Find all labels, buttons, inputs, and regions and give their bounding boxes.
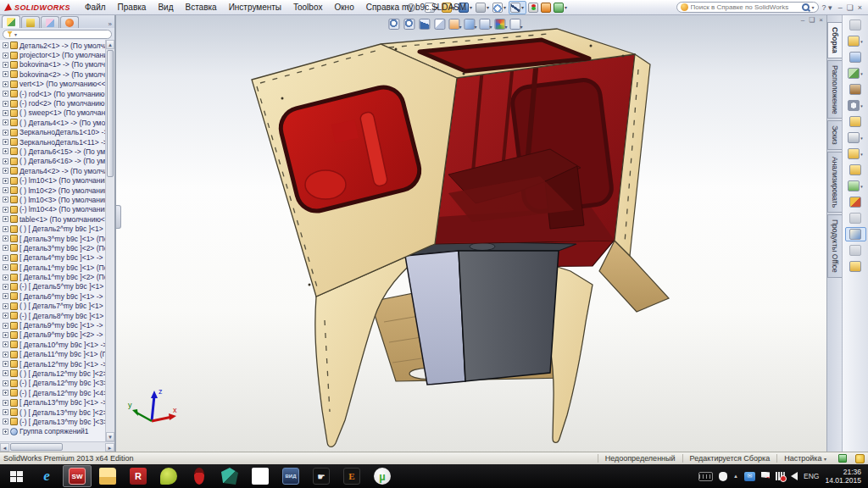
tree-item[interactable]: (-) rod<1> (По умолчанию< — [0, 89, 105, 98]
section-view-icon[interactable] — [433, 17, 446, 30]
expand-icon[interactable] — [3, 332, 8, 338]
expand-icon[interactable] — [3, 81, 8, 87]
tree-item[interactable]: [ Деталь4^my b9c ]<1> -> (П — [0, 253, 105, 263]
tree-item[interactable]: ( ) Деталь4<1> -> (По умол — [0, 118, 105, 127]
tree-item[interactable]: ( ) sweep<1> (По умолчанию — [0, 108, 105, 118]
customize-menu[interactable]: Настройка ▾ — [776, 454, 833, 463]
expand-icon[interactable] — [3, 390, 8, 396]
display-style-icon[interactable]: ▾ — [464, 17, 476, 30]
action-center-flag-icon[interactable] — [761, 472, 770, 481]
taskbar-pointer-app[interactable]: ☛ — [307, 465, 336, 487]
tree-item[interactable]: (-) lm10<1> (По умолчанию — [0, 175, 105, 185]
expand-icon[interactable] — [3, 255, 8, 261]
displaymanager-tab[interactable] — [60, 16, 79, 28]
expand-icon[interactable] — [3, 178, 8, 184]
panel-collapse-handle[interactable] — [116, 205, 121, 229]
taskbar-media-app[interactable] — [154, 465, 183, 487]
taskbar-file-explorer[interactable] — [93, 465, 122, 487]
zoom-fit-icon[interactable] — [387, 17, 400, 30]
expand-icon[interactable] — [3, 264, 8, 270]
move-component-icon[interactable]: ▾ — [845, 98, 866, 113]
expand-icon[interactable] — [3, 313, 8, 319]
dropdown-caret[interactable]: ▾ — [860, 184, 863, 189]
tree-item[interactable]: (-) [ Деталь5^my b9c ]<1> -> — [0, 282, 105, 291]
expand-icon[interactable] — [3, 274, 8, 280]
menu-item[interactable]: Вставка — [179, 0, 222, 14]
dropdown-caret[interactable]: ▾ — [860, 103, 863, 108]
tree-item[interactable]: [ Деталь13^my b9c ]<1> -> (П — [0, 397, 105, 407]
taskbar-solidworks[interactable]: SW — [63, 465, 92, 487]
tree-item[interactable]: [ Деталь11^my b9c ]<1> (По — [0, 350, 105, 359]
dropdown-caret[interactable]: ▾ — [860, 39, 863, 44]
apply-scene-icon[interactable]: ▾ — [509, 17, 522, 30]
expand-icon[interactable] — [3, 216, 8, 222]
help-menu-button[interactable]: ? ▾ — [822, 3, 832, 12]
menu-item[interactable]: Инструменты — [223, 0, 287, 14]
expand-icon[interactable] — [3, 341, 8, 347]
featuremanager-tab[interactable] — [2, 15, 20, 28]
doc-restore-button[interactable]: ❏ — [809, 16, 815, 24]
view-orientation-icon[interactable]: ▾ — [448, 17, 461, 30]
show-hidden-components-icon[interactable] — [845, 114, 866, 129]
select-button[interactable]: ▾ — [509, 1, 526, 14]
expand-icon[interactable] — [3, 91, 8, 97]
search-dropdown-caret[interactable]: ▾ — [812, 4, 815, 10]
doc-minimize-button[interactable]: – — [801, 16, 804, 24]
expand-icon[interactable] — [3, 293, 8, 299]
assembly-features-icon[interactable]: ▾ — [845, 130, 866, 145]
expand-icon[interactable] — [3, 148, 8, 154]
network-status-icon[interactable] — [776, 472, 785, 480]
start-button[interactable] — [2, 465, 31, 487]
tree-item[interactable]: ( ) [ Деталь12^my b9c ]<2> -> — [0, 369, 105, 378]
hide-show-items-icon[interactable]: ▾ — [479, 17, 492, 30]
tree-item[interactable]: [ Деталь1^my b9c ]<1> (По у — [0, 263, 105, 272]
search-input[interactable] — [691, 3, 799, 11]
expand-icon[interactable] — [3, 400, 8, 406]
expand-icon[interactable] — [3, 236, 8, 241]
dropdown-caret[interactable]: ▾ — [860, 71, 863, 76]
configurationmanager-tab[interactable] — [41, 16, 59, 28]
tree-item[interactable]: [ Деталь3^my b9c ]<2> (По у — [0, 243, 105, 252]
dropdown-caret[interactable]: ▾ — [860, 152, 863, 157]
dropdown-caret[interactable]: ▾ — [521, 4, 524, 10]
expand-icon[interactable] — [3, 158, 8, 164]
command-manager-tab[interactable]: Анализировать — [827, 152, 842, 213]
scrollbar-thumb[interactable] — [107, 50, 114, 177]
tree-vertical-scrollbar[interactable]: ▲ ▼ — [105, 40, 114, 441]
tree-horizontal-scrollbar[interactable]: ◄ ► — [0, 441, 114, 452]
tree-item[interactable]: [ Деталь12^my b9c ]<1> -> (П — [0, 359, 105, 369]
tree-item[interactable]: vert<1> (По умолчанию<<П — [0, 80, 105, 89]
scroll-right-icon[interactable]: ► — [105, 443, 114, 452]
restore-button[interactable]: ❏ — [847, 3, 854, 12]
linear-pattern-icon[interactable]: ▾ — [845, 66, 866, 80]
tree-item[interactable]: Деталь2<1> -> (По умолчани — [0, 41, 105, 50]
expand-icon[interactable] — [3, 71, 8, 77]
expand-icon[interactable] — [3, 352, 8, 358]
assembly-3d-model[interactable] — [116, 15, 826, 452]
scrollbar-thumb[interactable] — [10, 443, 63, 451]
menu-item[interactable]: Вид — [152, 0, 179, 14]
tree-item[interactable]: Группа сопряжений1 — [0, 427, 105, 436]
previous-view-icon[interactable] — [418, 17, 431, 30]
close-button[interactable]: × — [858, 3, 862, 12]
expand-icon[interactable] — [3, 303, 8, 309]
menu-item[interactable]: Файл — [79, 0, 112, 14]
instant3d-icon[interactable] — [845, 227, 866, 241]
tree-item[interactable]: ( ) [ Деталь2^my b9c ]<1> (П — [0, 224, 105, 233]
dropdown-caret[interactable]: ▾ — [520, 24, 522, 30]
scroll-down-icon[interactable]: ▼ — [106, 432, 114, 441]
tree-item[interactable]: Деталь4<2> -> (По умолчани — [0, 166, 105, 175]
expand-icon[interactable] — [3, 323, 8, 329]
tree-item[interactable]: bokovina<1> -> (По умолчан — [0, 60, 105, 69]
taskbar-video-app[interactable]: ВИД — [276, 465, 305, 487]
command-manager-tab[interactable]: Сборка — [827, 22, 842, 58]
expand-icon[interactable] — [3, 370, 8, 376]
tree-item[interactable]: [ Деталь6^my b9c ]<1> -> (П — [0, 291, 105, 301]
search-icon[interactable] — [802, 3, 810, 11]
volume-icon[interactable] — [791, 472, 798, 480]
smart-fasteners-icon[interactable] — [845, 82, 866, 97]
expand-icon[interactable] — [3, 207, 8, 213]
expand-icon[interactable] — [3, 101, 8, 107]
taskbar-internet-explorer[interactable]: e — [32, 465, 61, 487]
quick-tips-icon[interactable] — [855, 454, 865, 463]
